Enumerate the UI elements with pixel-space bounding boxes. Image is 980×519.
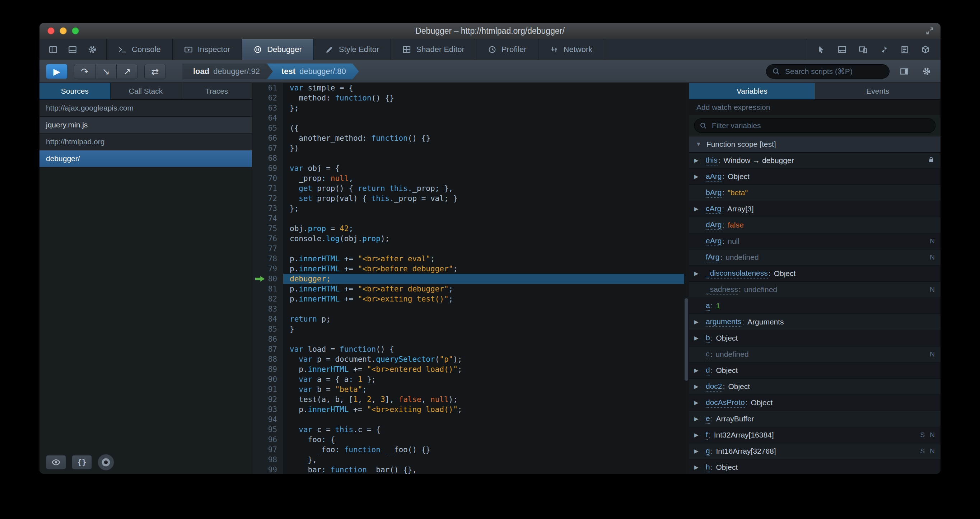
scope-header[interactable]: ▼ Function scope [test]: [689, 136, 940, 153]
line-number[interactable]: 92: [252, 395, 283, 404]
debugger-options-button[interactable]: [919, 64, 934, 79]
variables-filter-input[interactable]: [711, 121, 930, 130]
paint-flashing-button[interactable]: [880, 45, 888, 54]
prettyprint-button[interactable]: {}: [72, 455, 92, 470]
dock-bottom-button[interactable]: [68, 45, 77, 54]
line-number[interactable]: 98: [252, 455, 283, 465]
line-number[interactable]: 68: [252, 153, 283, 163]
variable-row[interactable]: ▶this:Window → debugger: [689, 153, 940, 169]
variable-row[interactable]: a:1: [689, 298, 940, 314]
line-number[interactable]: 79: [252, 264, 283, 274]
step-over-button[interactable]: ↷: [74, 64, 95, 79]
tab-call-stack[interactable]: Call Stack: [111, 83, 181, 99]
line-number[interactable]: 72: [252, 193, 283, 204]
expand-arrow-icon[interactable]: ▶: [694, 174, 706, 180]
variable-row[interactable]: fArg:undefinedN: [689, 250, 940, 266]
variable-row[interactable]: c:undefinedN: [689, 346, 940, 363]
zoom-button[interactable]: [72, 27, 79, 35]
blackbox-source-button[interactable]: [46, 455, 66, 470]
variable-row[interactable]: ▶_disconsolateness:Object: [689, 266, 940, 282]
expand-arrow-icon[interactable]: ▶: [694, 400, 706, 406]
line-number[interactable]: 86: [252, 334, 283, 344]
line-number[interactable]: 76: [252, 234, 283, 244]
tab-style-editor[interactable]: Style Editor: [314, 39, 391, 60]
tab-sources[interactable]: Sources: [40, 83, 111, 99]
line-number[interactable]: 95: [252, 425, 283, 435]
expand-arrow-icon[interactable]: ▶: [694, 270, 706, 277]
minimize-button[interactable]: [60, 27, 67, 35]
variable-row[interactable]: dArg:false: [689, 217, 940, 233]
responsive-design-button[interactable]: [859, 45, 867, 54]
variable-row[interactable]: ▶aArg:Object: [689, 169, 940, 185]
tab-profiler[interactable]: Profiler: [476, 39, 538, 60]
line-number[interactable]: 81: [252, 284, 283, 294]
expand-arrow-icon[interactable]: ▶: [694, 335, 706, 341]
line-number[interactable]: 62: [252, 93, 283, 103]
line-number[interactable]: 99: [252, 465, 283, 474]
scrollbar-thumb[interactable]: [684, 298, 688, 381]
tab-events[interactable]: Events: [815, 83, 941, 99]
expand-arrow-icon[interactable]: ▶: [694, 448, 706, 454]
line-number[interactable]: 88: [252, 354, 283, 364]
scratchpad-button[interactable]: [900, 45, 909, 54]
source-item[interactable]: debugger/: [40, 150, 252, 167]
toggle-panes-button[interactable]: ⇄: [144, 64, 166, 79]
tilt-button[interactable]: [921, 45, 930, 54]
pause-on-exceptions-button[interactable]: [98, 454, 114, 471]
expand-arrow-icon[interactable]: ▶: [694, 206, 706, 212]
line-number[interactable]: 61: [252, 83, 283, 93]
toolbox-options-gear-button[interactable]: [88, 45, 97, 54]
breadcrumb-load[interactable]: loaddebugger/:92: [182, 64, 273, 79]
expand-arrow-icon[interactable]: ▶: [694, 367, 706, 374]
dock-side-button[interactable]: [49, 45, 57, 54]
source-item[interactable]: jquery.min.js: [40, 117, 252, 134]
source-group[interactable]: http://htmlpad.org: [40, 134, 252, 150]
variable-row[interactable]: eArg:nullN: [689, 233, 940, 250]
line-number[interactable]: 80: [252, 274, 283, 284]
line-number[interactable]: 89: [252, 364, 283, 374]
editor-scrollbar[interactable]: [684, 83, 689, 474]
line-number[interactable]: 78: [252, 254, 283, 264]
variable-row[interactable]: ▶h:Object: [689, 459, 940, 474]
line-number[interactable]: 70: [252, 174, 283, 183]
line-number[interactable]: 87: [252, 344, 283, 354]
tab-network[interactable]: Network: [538, 39, 605, 60]
variable-row[interactable]: ▶arguments:Arguments: [689, 314, 940, 330]
line-number[interactable]: 69: [252, 163, 283, 174]
line-number[interactable]: 63: [252, 103, 283, 113]
line-number[interactable]: 71: [252, 183, 283, 193]
step-in-button[interactable]: ↘: [95, 64, 117, 79]
expand-arrow-icon[interactable]: ▶: [694, 416, 706, 422]
tab-traces[interactable]: Traces: [181, 83, 252, 99]
line-number[interactable]: 90: [252, 374, 283, 384]
resume-button[interactable]: ▶: [46, 64, 67, 79]
variable-row[interactable]: ▶f:Int32Array[16384]SN: [689, 427, 940, 443]
tab-debugger[interactable]: Debugger: [242, 39, 314, 60]
variable-row[interactable]: bArg:"beta": [689, 185, 940, 201]
tab-variables[interactable]: Variables: [689, 83, 815, 99]
expand-arrow-icon[interactable]: ▶: [694, 464, 706, 471]
code-editor[interactable]: 61var simple = {62 method: function() {}…: [252, 83, 689, 474]
source-group[interactable]: http://ajax.googleapis.com: [40, 100, 252, 117]
split-console-button[interactable]: [838, 45, 846, 54]
line-number[interactable]: 74: [252, 213, 283, 224]
tab-console[interactable]: Console: [107, 39, 173, 60]
line-number[interactable]: 67: [252, 143, 283, 153]
line-number[interactable]: 93: [252, 404, 283, 415]
line-number[interactable]: 65: [252, 123, 283, 133]
line-number[interactable]: 75: [252, 224, 283, 234]
script-search-input[interactable]: [784, 67, 883, 76]
add-watch-expression[interactable]: Add watch expression: [689, 100, 940, 115]
variable-row[interactable]: ▶d:Object: [689, 363, 940, 379]
line-number[interactable]: 96: [252, 435, 283, 445]
expand-arrow-icon[interactable]: ▶: [694, 383, 706, 390]
step-out-button[interactable]: ↗: [116, 64, 138, 79]
line-number[interactable]: 83: [252, 304, 283, 314]
variable-row[interactable]: ▶cArg:Array[3]: [689, 201, 940, 217]
line-number[interactable]: 77: [252, 244, 283, 254]
expand-arrow-icon[interactable]: ▶: [694, 319, 706, 325]
line-number[interactable]: 97: [252, 445, 283, 455]
line-number[interactable]: 82: [252, 294, 283, 304]
line-number[interactable]: 73: [252, 204, 283, 213]
variable-row[interactable]: ▶e:ArrayBuffer: [689, 411, 940, 427]
